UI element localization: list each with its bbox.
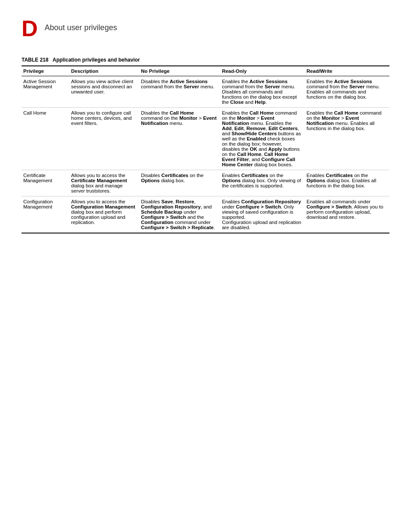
cell-read-write: Enables all commands under Configure > S… [305,196,389,233]
table-row: Configuration ManagementAllows you to ac… [22,196,389,233]
table-row: Active Session ManagementAllows you view… [22,76,389,108]
privileges-table: Privilege Description No Privilege Read-… [22,65,389,233]
col-header-privilege: Privilege [22,66,69,76]
table-caption: Application privileges and behavior [53,57,140,63]
table-id: TABLE 218 [22,57,51,63]
table-header-row: Privilege Description No Privilege Read-… [22,66,389,76]
table-row: Call HomeAllows you to configure call ho… [22,108,389,170]
col-header-description: Description [69,66,139,76]
cell-read-only: Enables Configuration Repository under C… [220,196,305,233]
chapter-letter: D [22,17,38,40]
cell-read-write: Enables the Active Sessions command from… [305,76,389,108]
cell-privilege: Certificate Management [22,170,69,196]
cell-description: Allows you to access the Configuration M… [69,196,139,233]
cell-read-only: Enables Certificates on the Options dial… [220,170,305,196]
page-header: D About user privileges [22,17,389,40]
cell-description: Allows you to access the Certificate Man… [69,170,139,196]
cell-read-write: Enables Certificates on the Options dial… [305,170,389,196]
cell-read-only: Enables the Active Sessions command from… [220,76,305,108]
col-header-noprivilege: No Privilege [139,66,220,76]
cell-privilege: Active Session Management [22,76,69,108]
cell-description: Allows you to configure call home center… [69,108,139,170]
cell-no-privilege: Disables Certificates on the Options dia… [139,170,220,196]
cell-no-privilege: Disables the Active Sessions command fro… [139,76,220,108]
table-label: TABLE 218 Application privileges and beh… [22,57,389,63]
col-header-readwrite: Read/Write [305,66,389,76]
cell-no-privilege: Disables Save, Restore, Configuration Re… [139,196,220,233]
cell-no-privilege: Disables the Call Home command on the Mo… [139,108,220,170]
cell-description: Allows you view active client sessions a… [69,76,139,108]
cell-read-write: Enables the Call Home command on the Mon… [305,108,389,170]
cell-privilege: Configuration Management [22,196,69,233]
cell-read-only: Enables the Call Home command on the Mon… [220,108,305,170]
col-header-readonly: Read-Only [220,66,305,76]
cell-privilege: Call Home [22,108,69,170]
chapter-title: About user privileges [45,17,117,32]
table-row: Certificate ManagementAllows you to acce… [22,170,389,196]
